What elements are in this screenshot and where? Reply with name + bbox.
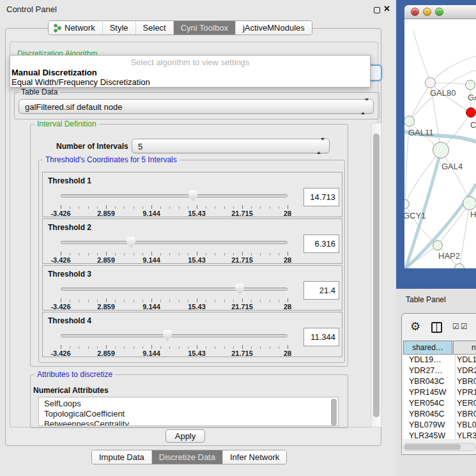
threshold-1-slider[interactable]: -3.426 2.859 9.144 15.43 21.715 28	[61, 190, 288, 217]
algorithm-option-equal-width[interactable]: Equal Width/Frequency Discretization	[12, 77, 150, 87]
table-row[interactable]: YER054C YER0	[403, 398, 476, 409]
zoom-traffic-light[interactable]	[435, 8, 443, 16]
node-gal4[interactable]	[433, 142, 449, 158]
close-traffic-light[interactable]	[411, 8, 419, 16]
table-row[interactable]: YDR27… YDR2	[403, 365, 476, 376]
list-scrollbar[interactable]	[331, 399, 337, 426]
cell[interactable]: YLR345W	[409, 431, 445, 439]
threshold-3-value-field[interactable]: 21.4	[303, 281, 339, 300]
tick-label: 21.715	[231, 349, 253, 357]
threshold-3-slider[interactable]: -3.426 2.859 9.144 15.43 21.715 28	[61, 284, 288, 311]
slider-track[interactable]	[61, 194, 288, 197]
tab-style[interactable]: Style	[103, 21, 136, 35]
tab-label: jActiveMNodules	[243, 23, 305, 33]
tab-jactivemnodules[interactable]: jActiveMNodules	[236, 21, 312, 35]
threshold-1-value-field[interactable]: 14.713	[303, 188, 339, 206]
tab-label: Network	[65, 23, 95, 33]
table-row[interactable]: YDL19… YDL1	[403, 355, 476, 365]
column-header-shared-name[interactable]: shared…	[403, 341, 452, 355]
threshold-2-panel: Threshold 2 -3.426 2.859 9.144 15.43 21.…	[42, 219, 342, 264]
threshold-4-slider-thumb[interactable]	[162, 330, 172, 341]
algorithm-option-manual[interactable]: Manual Discretization	[12, 68, 97, 77]
threshold-1-slider-thumb[interactable]	[188, 190, 197, 201]
node-h[interactable]	[463, 196, 476, 210]
table-panel-title: Table Panel	[406, 295, 446, 304]
numerical-attributes-label: Numerical Attributes	[33, 386, 109, 395]
tab-infer-network[interactable]: Infer Network	[223, 450, 286, 464]
tick-label: -3.426	[50, 303, 70, 311]
table-data-combobox[interactable]: galFiltered.sif default node	[19, 99, 374, 114]
node-label-h: H	[470, 210, 476, 219]
cell[interactable]: YER054C	[409, 399, 445, 408]
tick-label: 15.43	[188, 349, 206, 357]
tab-network[interactable]: Network	[49, 21, 103, 35]
table-horizontal-scrollbar-thumb[interactable]	[404, 444, 461, 450]
minimize-traffic-light[interactable]	[423, 8, 431, 16]
table-row[interactable]: YBL079W YBL0	[403, 420, 476, 431]
table-horizontal-scrollbar[interactable]	[403, 443, 476, 451]
list-item[interactable]: SelfLoops	[39, 397, 338, 409]
close-icon[interactable]: ✕	[383, 4, 390, 13]
cell[interactable]: YDR27…	[409, 366, 443, 375]
threshold-4-label: Threshold 4	[48, 316, 91, 325]
tab-discretize-data[interactable]: Discretize Data	[152, 450, 223, 464]
cell[interactable]: YLR3	[457, 431, 476, 439]
node-hap2[interactable]	[433, 240, 443, 250]
table-row[interactable]: YBR043C YBR0	[403, 376, 476, 387]
node-label-c: C	[470, 120, 476, 130]
node-top-right[interactable]	[465, 80, 475, 90]
cell[interactable]: YER0	[457, 399, 476, 408]
tab-cyni-toolbox[interactable]: Cyni Toolbox	[174, 21, 236, 35]
cell[interactable]: YDL1	[457, 355, 476, 364]
threshold-3-slider-thumb[interactable]	[235, 284, 245, 295]
tab-impute-data[interactable]: Impute Data	[92, 450, 152, 464]
checkbox-icons[interactable]: ☑☑	[452, 322, 469, 331]
table-row[interactable]: YLR345W YLR3	[403, 431, 476, 439]
tick-label: 21.715	[231, 256, 253, 264]
tab-select[interactable]: Select	[136, 21, 174, 35]
cell[interactable]: YDL19…	[409, 355, 441, 364]
cell[interactable]: YBR0	[457, 377, 476, 386]
slider-track[interactable]	[61, 288, 288, 291]
settings-scrollbar-thumb[interactable]	[373, 134, 380, 417]
cell[interactable]: YBL0	[457, 420, 476, 429]
apply-button[interactable]: Apply	[165, 429, 205, 443]
network-window-titlebar[interactable]	[404, 5, 476, 19]
float-window-icon[interactable]	[374, 7, 380, 13]
num-intervals-value: 5	[138, 141, 142, 151]
cell[interactable]: YPR1	[457, 388, 476, 397]
threshold-2-slider[interactable]: -3.426 2.859 9.144 15.43 21.715 28	[61, 237, 288, 264]
num-intervals-label: Number of Intervals	[56, 142, 128, 151]
threshold-4-slider[interactable]: -3.426 2.859 9.144 15.43 21.715 28	[61, 330, 288, 357]
cell[interactable]: YBL079W	[409, 420, 445, 429]
cell[interactable]: YBR045C	[409, 410, 445, 418]
num-intervals-combobox[interactable]: 5	[132, 139, 330, 153]
network-canvas[interactable]: GAL80 GA C GAL11 GAL4 GCY1 H HAP2	[404, 19, 476, 268]
cell[interactable]: YBR043C	[409, 377, 445, 386]
table-row[interactable]: YBR045C YBR0	[403, 409, 476, 420]
slider-track[interactable]	[61, 334, 288, 337]
threshold-2-value-field[interactable]: 6.316	[303, 234, 339, 253]
settings-scrollbar[interactable]	[371, 123, 381, 427]
algorithm-popup: Select algorithm to view settings Manual…	[10, 55, 371, 88]
cell[interactable]: YPR145W	[409, 388, 446, 397]
table-data-value: galFiltered.sif default node	[25, 102, 122, 111]
cell[interactable]: YDR2	[457, 366, 476, 375]
node-red-selected[interactable]	[466, 107, 476, 118]
columns-icon[interactable]	[431, 322, 442, 333]
combo-arrows-icon	[317, 141, 325, 152]
cell[interactable]: YBR0	[457, 410, 476, 418]
control-panel-body: Discretization Algorithm Select algorith…	[5, 28, 381, 446]
node-gal80[interactable]	[425, 77, 436, 88]
table-row[interactable]: YPR145W YPR1	[403, 387, 476, 398]
threshold-4-value-field[interactable]: 11.344	[303, 328, 339, 346]
list-item[interactable]: TopologicalCoefficient	[39, 409, 338, 419]
gear-icon[interactable]: ⚙	[410, 319, 420, 334]
slider-track[interactable]	[61, 241, 288, 244]
tick-label: -3.426	[50, 210, 70, 217]
list-item[interactable]: BetweennessCentrality	[39, 419, 338, 426]
threshold-2-slider-thumb[interactable]	[127, 237, 136, 248]
attributes-group-title: Attributes to discretize	[35, 370, 115, 379]
column-header-name[interactable]: na	[453, 341, 476, 355]
tick-label: 9.144	[142, 303, 160, 311]
